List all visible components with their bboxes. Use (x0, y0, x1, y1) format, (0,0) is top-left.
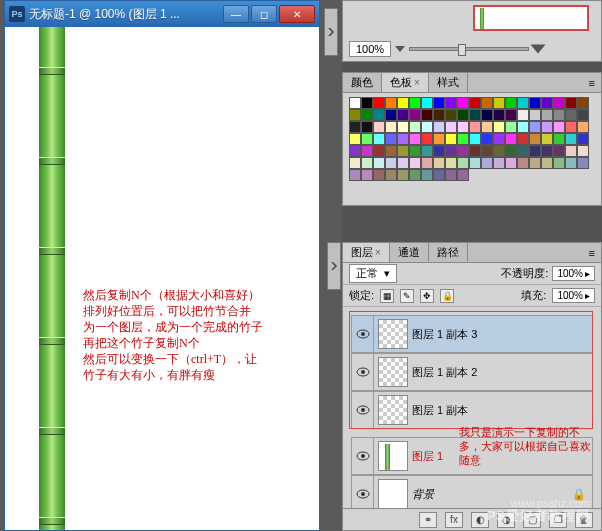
layer-row[interactable]: 图层 1 副本 3 (351, 315, 593, 353)
navigator-thumbnail[interactable] (473, 5, 589, 31)
lock-transparent-icon[interactable]: ▦ (380, 289, 394, 303)
collapse-layers-icon[interactable] (327, 242, 341, 290)
swatch[interactable] (565, 145, 577, 157)
swatch[interactable] (361, 169, 373, 181)
swatch[interactable] (397, 157, 409, 169)
tab-channels[interactable]: 通道 (390, 243, 429, 262)
swatch[interactable] (469, 109, 481, 121)
swatch[interactable] (529, 109, 541, 121)
swatch[interactable] (385, 157, 397, 169)
swatch[interactable] (397, 109, 409, 121)
visibility-toggle[interactable] (352, 438, 374, 474)
tab-color[interactable]: 颜色 (343, 73, 382, 92)
layer-name[interactable]: 图层 1 副本 2 (412, 365, 592, 380)
swatch[interactable] (493, 133, 505, 145)
tab-styles[interactable]: 样式 (429, 73, 468, 92)
opacity-input[interactable]: 100%▸ (552, 266, 595, 281)
swatch[interactable] (385, 109, 397, 121)
swatch[interactable] (577, 121, 589, 133)
fx-icon[interactable]: fx (445, 512, 463, 528)
swatch[interactable] (469, 97, 481, 109)
swatch[interactable] (433, 97, 445, 109)
minimize-button[interactable]: — (223, 5, 249, 23)
layer-row[interactable]: 图层 1 副本 2 (351, 353, 593, 391)
swatch[interactable] (481, 121, 493, 133)
swatch[interactable] (397, 169, 409, 181)
swatch[interactable] (541, 145, 553, 157)
maximize-button[interactable]: ◻ (251, 5, 277, 23)
swatch[interactable] (385, 121, 397, 133)
canvas[interactable]: 然后复制N个（根据大小和喜好） 排列好位置后，可以把竹节合并 为一个图层，成为一… (5, 27, 319, 530)
lock-position-icon[interactable]: ✥ (420, 289, 434, 303)
collapse-button[interactable] (324, 8, 338, 56)
swatch[interactable] (373, 109, 385, 121)
swatch[interactable] (349, 97, 361, 109)
layer-name[interactable]: 图层 1 副本 (412, 403, 592, 418)
swatch[interactable] (433, 109, 445, 121)
swatch[interactable] (481, 109, 493, 121)
swatch[interactable] (457, 97, 469, 109)
swatch[interactable] (505, 109, 517, 121)
swatch[interactable] (421, 157, 433, 169)
swatch[interactable] (433, 145, 445, 157)
swatch[interactable] (409, 121, 421, 133)
zoom-value[interactable]: 100% (349, 41, 391, 57)
swatch[interactable] (349, 109, 361, 121)
swatch[interactable] (349, 145, 361, 157)
swatch[interactable] (493, 157, 505, 169)
swatch[interactable] (373, 97, 385, 109)
swatch[interactable] (409, 145, 421, 157)
swatch[interactable] (433, 121, 445, 133)
layer-thumbnail[interactable] (378, 479, 408, 509)
swatch[interactable] (445, 169, 457, 181)
zoom-slider[interactable] (409, 47, 529, 51)
slider-handle[interactable] (458, 44, 466, 56)
visibility-toggle[interactable] (352, 392, 374, 428)
swatch[interactable] (565, 133, 577, 145)
swatch[interactable] (493, 97, 505, 109)
swatch[interactable] (517, 121, 529, 133)
swatch[interactable] (517, 97, 529, 109)
tab-layers[interactable]: 图层× (343, 243, 390, 262)
blend-mode-select[interactable]: 正常▾ (349, 264, 397, 283)
swatch[interactable] (481, 133, 493, 145)
swatch[interactable] (445, 133, 457, 145)
swatch[interactable] (433, 169, 445, 181)
swatch[interactable] (445, 97, 457, 109)
swatch[interactable] (361, 133, 373, 145)
close-button[interactable]: ✕ (279, 5, 315, 23)
tab-paths[interactable]: 路径 (429, 243, 468, 262)
swatch[interactable] (553, 133, 565, 145)
layer-thumbnail[interactable] (378, 395, 408, 425)
swatch[interactable] (373, 169, 385, 181)
swatch[interactable] (349, 133, 361, 145)
swatch[interactable] (493, 145, 505, 157)
swatch[interactable] (565, 109, 577, 121)
swatch[interactable] (445, 157, 457, 169)
swatch[interactable] (445, 121, 457, 133)
swatch[interactable] (385, 97, 397, 109)
swatch[interactable] (541, 121, 553, 133)
swatch[interactable] (469, 157, 481, 169)
swatch[interactable] (553, 109, 565, 121)
titlebar[interactable]: Ps 无标题-1 @ 100% (图层 1 ... — ◻ ✕ (5, 1, 319, 27)
swatch[interactable] (421, 109, 433, 121)
swatch[interactable] (361, 121, 373, 133)
swatch[interactable] (433, 133, 445, 145)
swatch[interactable] (493, 109, 505, 121)
swatch[interactable] (457, 109, 469, 121)
swatch[interactable] (457, 157, 469, 169)
swatch[interactable] (409, 157, 421, 169)
swatch[interactable] (397, 145, 409, 157)
swatch[interactable] (505, 97, 517, 109)
swatch[interactable] (433, 157, 445, 169)
swatch[interactable] (481, 145, 493, 157)
swatch[interactable] (529, 145, 541, 157)
swatch[interactable] (565, 121, 577, 133)
swatch[interactable] (505, 157, 517, 169)
swatch[interactable] (505, 121, 517, 133)
swatch[interactable] (373, 133, 385, 145)
swatch[interactable] (553, 97, 565, 109)
swatch[interactable] (385, 133, 397, 145)
layer-name[interactable]: 图层 1 副本 3 (412, 327, 592, 342)
